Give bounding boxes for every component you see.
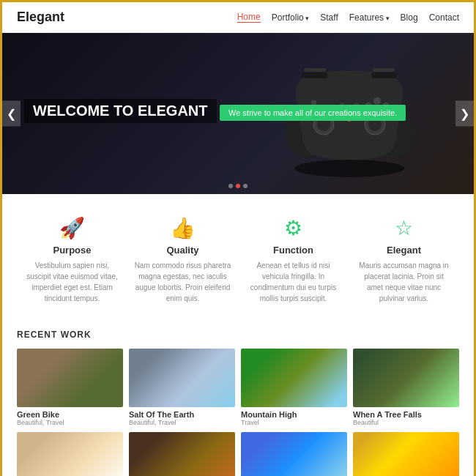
nav-contact[interactable]: Contact <box>429 12 459 23</box>
work-item[interactable]: Dream On Beautiful, Travel <box>17 432 123 476</box>
dot-3[interactable] <box>243 184 248 188</box>
work-name: When A Tree Falls <box>353 410 459 419</box>
feature-function: ⚙ Function Aenean et tellus id nisi vehi… <box>245 216 342 304</box>
purpose-icon: 🚀 <box>23 216 121 240</box>
work-image <box>353 432 459 476</box>
nav-home[interactable]: Home <box>237 12 261 23</box>
dot-1[interactable] <box>228 184 233 188</box>
hero-section: ❮ WELCOME TO ELEGANT We strive to make a… <box>2 33 474 194</box>
nav-features[interactable]: Features <box>349 12 390 23</box>
function-title: Function <box>245 245 342 256</box>
hero-content: WELCOME TO ELEGANT We strive to make all… <box>2 99 428 129</box>
svg-rect-17 <box>373 68 395 72</box>
work-item[interactable]: When A Tree Falls Beautiful <box>353 349 459 426</box>
hero-subtitle: We strive to make all of our creations e… <box>220 105 406 121</box>
work-image <box>17 432 123 476</box>
hero-dots <box>228 184 248 188</box>
work-grid: Green Bike Beautiful, Travel Salt Of The… <box>17 349 459 476</box>
work-name: Mountain High <box>241 410 347 419</box>
svg-rect-1 <box>302 72 327 78</box>
function-icon: ⚙ <box>245 216 342 240</box>
hero-next-button[interactable]: ❯ <box>455 101 474 127</box>
quality-desc: Nam commodo risus pharetra magna egestas… <box>134 260 231 304</box>
logo: Elegant <box>17 10 64 25</box>
work-name: Green Bike <box>17 410 123 419</box>
feature-purpose: 🚀 Purpose Vestibulum sapien nisi, suscip… <box>23 216 121 304</box>
recent-work-title: RECENT WORK <box>17 330 459 340</box>
quality-icon: 👍 <box>134 216 231 240</box>
hero-prev-button[interactable]: ❮ <box>2 101 21 127</box>
header: Elegant Home Portfolio Staff Features Bl… <box>2 2 474 33</box>
work-image <box>241 349 347 407</box>
hero-title: WELCOME TO ELEGANT <box>24 99 217 123</box>
purpose-title: Purpose <box>23 245 121 256</box>
function-desc: Aenean et tellus id nisi vehicula fringi… <box>245 260 342 304</box>
work-tags: Beautiful <box>353 419 459 426</box>
dot-2[interactable] <box>236 184 240 188</box>
work-tags: Beautiful, Travel <box>17 419 123 426</box>
svg-rect-2 <box>371 72 397 78</box>
work-item[interactable]: On The Water Beautiful <box>241 432 347 476</box>
work-image <box>129 349 235 407</box>
feature-quality: 👍 Quality Nam commodo risus pharetra mag… <box>134 216 231 304</box>
purpose-desc: Vestibulum sapien nisi, suscipit vitae e… <box>23 260 121 304</box>
elegant-icon: ☆ <box>355 216 453 240</box>
feature-elegant: ☆ Elegant Mauris accumsan magna in place… <box>355 216 453 304</box>
work-tags: Travel <box>241 419 347 426</box>
work-item[interactable]: Here Comes The Sun Surreal, Unique <box>353 432 459 476</box>
features-section: 🚀 Purpose Vestibulum sapien nisi, suscip… <box>2 194 474 319</box>
work-item[interactable]: Like A Glove Surreal, Travel <box>129 432 235 476</box>
navigation: Home Portfolio Staff Features Blog Conta… <box>237 12 459 23</box>
work-image <box>129 432 235 476</box>
work-item[interactable]: Green Bike Beautiful, Travel <box>17 349 123 426</box>
quality-title: Quality <box>134 245 231 256</box>
recent-work-section: RECENT WORK Green Bike Beautiful, Travel… <box>2 319 474 476</box>
nav-portfolio[interactable]: Portfolio <box>272 12 310 23</box>
work-item[interactable]: Mountain High Travel <box>241 349 347 426</box>
svg-rect-16 <box>304 68 326 72</box>
nav-staff[interactable]: Staff <box>320 12 338 23</box>
work-item[interactable]: Salt Of The Earth Beautiful, Travel <box>129 349 235 426</box>
nav-blog[interactable]: Blog <box>401 12 418 23</box>
work-name: Salt Of The Earth <box>129 410 235 419</box>
work-image <box>353 349 459 407</box>
elegant-title: Elegant <box>355 245 453 256</box>
work-image <box>17 349 123 407</box>
work-tags: Beautiful, Travel <box>129 419 235 426</box>
work-image <box>241 432 347 476</box>
svg-point-0 <box>294 160 404 177</box>
elegant-desc: Mauris accumsan magna in placerat lacini… <box>355 260 453 304</box>
